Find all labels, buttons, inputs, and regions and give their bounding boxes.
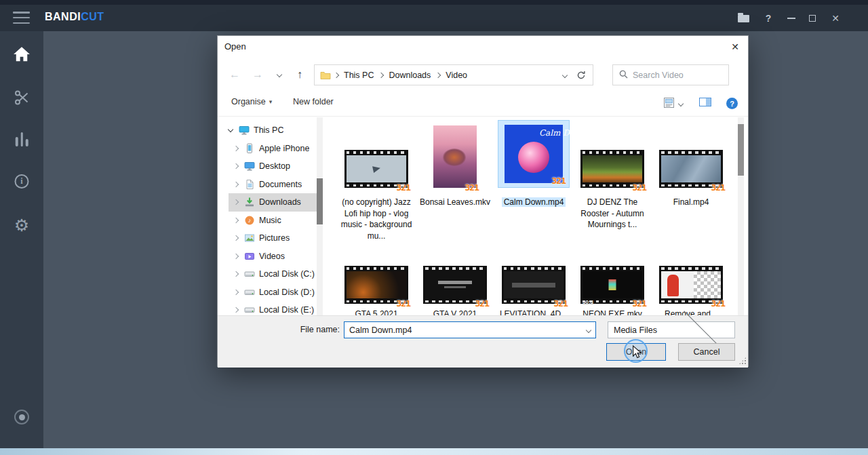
equalizer-icon[interactable] (16, 132, 28, 146)
breadcrumb-video[interactable]: Video (443, 71, 469, 80)
video-icon (244, 251, 256, 262)
player-badge: 321 (711, 298, 725, 309)
tree-item-local-disk-e[interactable]: Local Disk (E:) (229, 301, 317, 315)
file-name-input[interactable] (344, 325, 582, 335)
refresh-icon[interactable] (576, 71, 586, 80)
file-item-calm-down[interactable]: Calm Down 321 Calm Down.mp4 (497, 121, 570, 208)
file-list-scrollbar-thumb[interactable] (738, 124, 744, 176)
tree-scrollbar[interactable] (317, 117, 323, 315)
search-icon (619, 70, 628, 81)
file-item-bonsai-leaves[interactable]: 321 Bonsai Leaves.mkv (418, 121, 492, 208)
video-thumbnail: 321 (659, 150, 723, 188)
info-icon[interactable]: i (15, 174, 29, 189)
breadcrumb-folder-icon (320, 71, 331, 79)
address-dropdown-icon[interactable] (563, 73, 567, 77)
windows-taskbar (0, 448, 868, 455)
dialog-close-icon[interactable]: ✕ (725, 38, 745, 55)
minimize-icon[interactable] (783, 10, 800, 26)
monitor-icon (244, 161, 256, 172)
settings-gear-icon[interactable]: ⚙ (14, 216, 29, 235)
view-mode-dropdown-icon[interactable] (679, 102, 683, 106)
music-icon: ♪ (244, 215, 256, 226)
close-icon[interactable]: ✕ (827, 10, 844, 26)
file-name-label: DJ DENZ The Rooster - Autumn Mournings t… (576, 197, 649, 231)
chevron-collapsed-icon[interactable] (233, 199, 239, 205)
drive-icon (244, 304, 256, 315)
file-item-neon-exe[interactable]: 50:3 321 NEON.EXE.mkv (576, 264, 649, 315)
tree-item-apple-iphone[interactable]: Apple iPhone (229, 140, 317, 158)
tree-scrollbar-thumb[interactable] (317, 178, 323, 224)
screen: BANDICUT ? ✕ i ⚙ Open ✕ ← → ↑ T (0, 0, 868, 455)
dialog-help-icon[interactable]: ? (726, 98, 738, 109)
file-name-label: Calm Down.mp4 (497, 197, 570, 208)
app-logo: BANDICUT (45, 11, 104, 23)
nav-recent-dropdown-icon[interactable] (271, 66, 288, 83)
file-name-label: NEON.EXE.mkv (576, 309, 649, 315)
file-list: 321 (no copyright) Jazz Lofi hip hop - v… (323, 117, 737, 315)
preview-pane-icon[interactable] (699, 98, 711, 106)
address-bar[interactable]: This PC Downloads Video (314, 64, 593, 85)
player-badge: 321 (397, 298, 410, 309)
nav-forward-button[interactable]: → (249, 66, 267, 83)
file-item-gtav[interactable]: 321 GTA V 2021 (418, 264, 492, 315)
maximize-icon[interactable] (804, 10, 821, 26)
chevron-collapsed-icon[interactable] (233, 182, 239, 187)
tree-item-downloads[interactable]: Downloads (229, 193, 317, 212)
file-item-gta5[interactable]: 321 GTA 5 2021 (340, 264, 413, 315)
tree-item-music[interactable]: ♪ Music (229, 212, 317, 230)
search-box[interactable] (612, 64, 729, 85)
app-help-icon[interactable]: ? (760, 10, 777, 26)
tree-item-this-pc[interactable]: This PC (229, 121, 317, 140)
chevron-collapsed-icon[interactable] (233, 254, 239, 259)
logo-text-cut: CUT (81, 11, 104, 22)
file-name-label: (no copyright) Jazz Lofi hip hop - vlog … (340, 197, 413, 241)
file-item-remove-and[interactable]: 321 Remove and... (654, 264, 728, 315)
download-icon (244, 197, 256, 207)
view-mode-icon[interactable] (664, 98, 674, 108)
file-type-dropdown-icon[interactable] (671, 328, 734, 332)
search-input[interactable] (633, 71, 714, 80)
file-item-levitation[interactable]: 321 LEVITATION_4D... (497, 264, 570, 315)
video-thumbnail: 321 (344, 150, 408, 188)
tree-item-videos[interactable]: Videos (229, 248, 317, 266)
file-name-dropdown-icon[interactable] (582, 328, 595, 332)
file-list-scrollbar[interactable] (738, 117, 744, 315)
open-button[interactable]: Open (606, 343, 666, 361)
tree-item-local-disk-d[interactable]: Local Disk (D:) (229, 283, 317, 302)
this-pc-icon (239, 125, 250, 136)
file-type-combo[interactable]: Media Files (608, 321, 735, 338)
open-file-icon[interactable] (734, 10, 752, 26)
video-thumbnail: 321 (659, 266, 723, 304)
chevron-collapsed-icon[interactable] (233, 163, 239, 169)
chevron-collapsed-icon[interactable] (233, 290, 239, 295)
nav-up-button[interactable]: ↑ (291, 66, 309, 83)
open-dialog: Open ✕ ← → ↑ This PC Downloads Video (217, 35, 749, 367)
chevron-collapsed-icon[interactable] (233, 307, 239, 313)
sidebar: i ⚙ (0, 31, 43, 448)
chevron-collapsed-icon[interactable] (233, 146, 239, 151)
cut-tool-icon[interactable] (14, 90, 30, 106)
cancel-button[interactable]: Cancel (678, 343, 735, 361)
record-icon[interactable] (14, 410, 29, 424)
home-icon[interactable] (13, 46, 31, 62)
nav-back-button[interactable]: ← (226, 66, 243, 83)
file-item-jazz-lofi[interactable]: 321 (no copyright) Jazz Lofi hip hop - v… (340, 121, 413, 241)
hamburger-menu-icon[interactable] (13, 12, 30, 24)
new-folder-button[interactable]: New folder (293, 97, 334, 106)
tree-item-documents[interactable]: Documents (229, 176, 317, 194)
chevron-collapsed-icon[interactable] (233, 218, 239, 223)
breadcrumb-this-pc[interactable]: This PC (342, 71, 376, 80)
document-icon (244, 179, 256, 190)
tree-item-desktop[interactable]: Desktop (229, 157, 317, 176)
breadcrumb-downloads[interactable]: Downloads (387, 71, 433, 80)
file-item-dj-denz[interactable]: 321 DJ DENZ The Rooster - Autumn Mournin… (576, 121, 649, 231)
chevron-collapsed-icon[interactable] (233, 271, 239, 277)
organise-menu[interactable]: Organise▾ (231, 97, 272, 106)
file-item-final[interactable]: 321 Final.mp4 (654, 121, 728, 208)
chevron-collapsed-icon[interactable] (233, 235, 239, 241)
chevron-expanded-icon[interactable] (228, 127, 233, 132)
tree-item-pictures[interactable]: Pictures (229, 229, 317, 248)
file-name-label: Final.mp4 (654, 197, 728, 208)
tree-item-local-disk-c[interactable]: Local Disk (C:) (229, 265, 317, 283)
video-thumbnail: 321 (423, 266, 487, 304)
